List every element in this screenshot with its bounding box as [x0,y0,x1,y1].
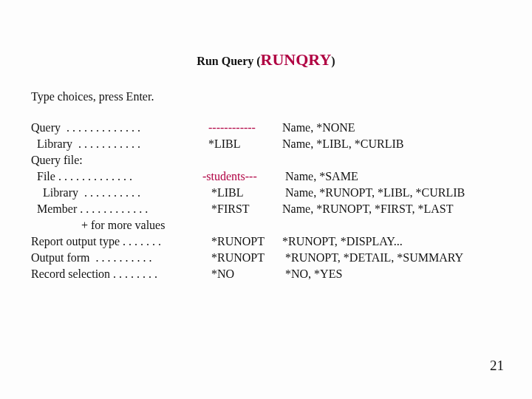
param-row: Record selection . . . . . . . . *NO *NO… [31,266,501,282]
param-label: Report output type . . . . . . . [31,233,202,250]
param-value [202,152,282,168]
page-title: Run Query (RUNQRY) [31,50,501,69]
param-help: Name, *SAME [282,168,501,185]
title-suffix: ) [331,55,335,67]
parameter-list: Query . . . . . . . . . . . . . --------… [31,120,501,282]
runqry-screen: Run Query (RUNQRY) Type choices, press E… [0,0,532,282]
param-label: Query . . . . . . . . . . . . . [31,120,202,136]
param-help: *RUNOPT, *DETAIL, *SUMMARY [282,250,501,266]
param-row: Query file: [31,152,501,168]
param-help: Name, *NONE [282,120,501,136]
param-value[interactable]: *LIBL [202,136,282,152]
instruction-text: Type choices, press Enter. [31,90,501,103]
param-row: Report output type . . . . . . . *RUNOPT… [31,233,501,250]
param-value[interactable]: *NO [202,266,282,282]
param-value[interactable]: -students--- [202,168,282,185]
param-help: Name, *RUNOPT, *FIRST, *LAST [282,201,501,217]
param-value[interactable]: *RUNOPT [202,233,282,250]
param-row: Library . . . . . . . . . . *LIBL Name, … [31,185,501,201]
param-label: Library . . . . . . . . . . [31,185,202,201]
param-label: Record selection . . . . . . . . [31,266,202,282]
param-row: + for more values [31,217,501,233]
title-command: RUNQRY [261,50,332,69]
param-help [282,217,501,233]
param-value[interactable]: *LIBL [202,185,282,201]
page-number: 21 [490,358,504,374]
param-row: File . . . . . . . . . . . . . -students… [31,168,501,185]
title-prefix: Run Query ( [197,55,260,67]
param-help: *NO, *YES [282,266,501,282]
param-row: Query . . . . . . . . . . . . . --------… [31,120,501,136]
param-help [282,152,501,168]
param-help: *RUNOPT, *DISPLAY... [282,233,501,250]
param-help: Name, *LIBL, *CURLIB [282,136,501,152]
param-value[interactable]: *RUNOPT [202,250,282,266]
param-label: Output form . . . . . . . . . . [31,250,202,266]
param-label: File . . . . . . . . . . . . . [31,168,202,185]
param-help: Name, *RUNOPT, *LIBL, *CURLIB [282,185,501,201]
param-row: Member . . . . . . . . . . . . *FIRST Na… [31,201,501,217]
param-value[interactable]: ------------ [202,120,282,136]
param-label: Query file: [31,152,202,168]
param-label: Library . . . . . . . . . . . [31,136,202,152]
param-row: Library . . . . . . . . . . . *LIBL Name… [31,136,501,152]
param-value[interactable]: *FIRST [202,201,282,217]
param-value [202,217,282,233]
param-label: + for more values [31,217,202,233]
param-row: Output form . . . . . . . . . . *RUNOPT … [31,250,501,266]
param-label: Member . . . . . . . . . . . . [31,201,202,217]
